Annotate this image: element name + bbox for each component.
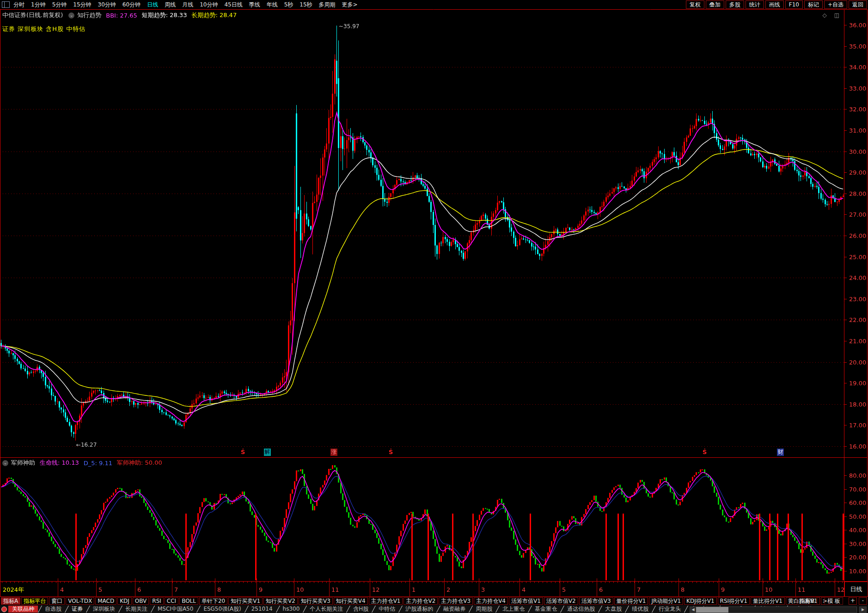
indicator-tab-单针下20[interactable]: 单针下20 — [199, 597, 227, 605]
period-item-多周期[interactable]: 多周期 — [319, 1, 336, 9]
stock-tab-大盘股[interactable]: 大盘股 — [599, 605, 626, 613]
stock-tab-证券[interactable]: 证券 — [66, 605, 87, 613]
toolbar-button-统计[interactable]: 统计 — [746, 0, 764, 9]
stock-tab-中特估[interactable]: 中特估 — [373, 605, 399, 613]
scroll-left-icon[interactable]: ◀ — [690, 607, 696, 613]
period-item-5秒[interactable]: 5秒 — [284, 1, 293, 9]
stock-tab-融资融券[interactable]: 融资融券 — [437, 605, 470, 613]
period-item-30分钟[interactable]: 30分钟 — [98, 1, 116, 9]
related-icon — [1, 607, 7, 612]
indicator-tab-主力持仓V3[interactable]: 主力持仓V3 — [439, 597, 473, 605]
period-corner-label[interactable]: 日线 — [844, 582, 868, 597]
indicator-tab-活筹市值V3[interactable]: 活筹市值V3 — [579, 597, 613, 605]
toolbar-button-F10[interactable]: F10 — [785, 0, 803, 9]
period-item-季线[interactable]: 季线 — [249, 1, 260, 9]
indicator-tab-窗口[interactable]: 窗口 — [49, 597, 65, 605]
indicator-tab-知行买卖V4[interactable]: 知行买卖V4 — [334, 597, 368, 605]
toolbar-buttons: 复权叠加多股统计画线F10标记+自选返回 — [685, 0, 867, 9]
tdx-app: 分时1分钟5分钟15分钟30分钟60分钟日线周线月线10分钟45日线季线年线5秒… — [0, 0, 868, 613]
period-item-周线[interactable]: 周线 — [165, 1, 176, 9]
zoom-out-button[interactable]: - — [859, 597, 867, 605]
indicator-tab-主力持仓V4[interactable]: 主力持仓V4 — [474, 597, 508, 605]
chart-area: 中信证券(日线.前复权) ⌄ 知行趋势 BBI: 27.65 短期趋势: 28.… — [0, 9, 868, 597]
period-item-年线[interactable]: 年线 — [267, 1, 278, 9]
stock-tab-长期关注[interactable]: 长期关注 — [119, 605, 152, 613]
period-item-日线[interactable]: 日线 — [147, 1, 158, 9]
indicator-tab-主力持仓V1[interactable]: 主力持仓V1 — [369, 597, 403, 605]
scrollbar-thumb[interactable] — [696, 607, 728, 613]
period-item-5分钟[interactable]: 5分钟 — [52, 1, 67, 9]
stock-tab-ESG50强(A股)[interactable]: ESG50强(A股) — [197, 605, 245, 613]
indicator-tab-指标A[interactable]: 指标A — [1, 597, 20, 605]
stock-tab-scrollbar[interactable]: ◀ — [690, 607, 857, 613]
indicator-tab-主力持仓V2[interactable]: 主力持仓V2 — [403, 597, 438, 605]
stock-tab-含H股[interactable]: 含H股 — [347, 605, 373, 613]
toolbar-button-叠加[interactable]: 叠加 — [706, 0, 724, 9]
indicator-tab-量价得分V1[interactable]: 量价得分V1 — [614, 597, 648, 605]
indicator-tab-KDJ[interactable]: KDJ — [117, 597, 132, 605]
stock-tab-深圳板块[interactable]: 深圳板块 — [87, 605, 119, 613]
indicator-tab-OBV[interactable]: OBV — [133, 597, 149, 605]
period-item-更多>[interactable]: 更多> — [342, 1, 358, 9]
toolbar-button-多股[interactable]: 多股 — [726, 0, 744, 9]
indicator-tab-RSI得分V1[interactable]: RSI得分V1 — [718, 597, 750, 605]
period-item-60分钟[interactable]: 60分钟 — [122, 1, 141, 9]
toolbar-button-复权[interactable]: 复权 — [686, 0, 704, 9]
stock-tab-251014[interactable]: 251014 — [245, 605, 277, 613]
stock-tab-MSCI中国A50[interactable]: MSCI中国A50 — [152, 605, 197, 613]
indicator-tab-知行买卖V3[interactable]: 知行买卖V3 — [299, 597, 333, 605]
stock-tab-沪股通标的[interactable]: 沪股通标的 — [399, 605, 437, 613]
related-group-button[interactable]: 关联品种 — [8, 606, 38, 613]
stock-tab-hs300[interactable]: hs300 — [277, 605, 304, 613]
stock-tab-绩优股[interactable]: 绩优股 — [626, 605, 653, 613]
toolbar-button-画线[interactable]: 画线 — [765, 0, 784, 9]
stock-tab-周期股[interactable]: 周期股 — [470, 605, 496, 613]
stock-tab-基金重仓[interactable]: 基金重仓 — [529, 605, 561, 613]
stock-tab-行业龙头[interactable]: 行业龙头 — [653, 605, 685, 613]
indicator-tab-bar: 指标A指标平台窗口VOL-TDXMACDKDJOBVRSICCIBOLL单针下2… — [0, 597, 868, 605]
toolbar-button-+自选[interactable]: +自选 — [824, 0, 847, 9]
period-item-45日线[interactable]: 45日线 — [224, 1, 242, 9]
scroll-right-icon[interactable]: ▶ — [859, 607, 867, 613]
toolbar-button-返回[interactable]: 返回 — [849, 0, 867, 9]
stock-tab-个人长期关注[interactable]: 个人长期关注 — [304, 605, 347, 613]
indicator-tab-BOLL[interactable]: BOLL — [179, 597, 198, 605]
template-button[interactable]: 模 板 — [825, 597, 843, 605]
period-item-15分钟[interactable]: 15分钟 — [73, 1, 91, 9]
zoom-in-button[interactable]: + — [849, 597, 857, 605]
stock-tab-通达信热股[interactable]: 通达信热股 — [561, 605, 599, 613]
stock-tab-北上重仓[interactable]: 北上重仓 — [496, 605, 529, 613]
period-item-分时[interactable]: 分时 — [13, 1, 24, 9]
toolbar-button-标记[interactable]: 标记 — [804, 0, 823, 9]
indicator-tab-CCI[interactable]: CCI — [165, 597, 178, 605]
period-item-10分钟[interactable]: 10分钟 — [200, 1, 218, 9]
stock-tab-自选股[interactable]: 自选股 — [39, 605, 66, 613]
period-list: 分时1分钟5分钟15分钟30分钟60分钟日线周线月线10分钟45日线季线年线5秒… — [13, 1, 364, 9]
indicator-tab-bar-right: 指标B模 板+- — [793, 597, 867, 605]
indicator-tab-VOL-TDX[interactable]: VOL-TDX — [66, 597, 94, 605]
indicator-tab-指标平台[interactable]: 指标平台 — [21, 597, 48, 605]
indicator-tab-MACD[interactable]: MACD — [95, 597, 116, 605]
indicator-tab-活筹市值V2[interactable]: 活筹市值V2 — [544, 597, 578, 605]
period-item-1分钟[interactable]: 1分钟 — [31, 1, 46, 9]
period-item-15秒[interactable]: 15秒 — [300, 1, 312, 9]
kline-canvas[interactable] — [0, 9, 868, 597]
indicator-tab-b[interactable]: 指标B — [797, 597, 817, 605]
period-menubar: 分时1分钟5分钟15分钟30分钟60分钟日线周线月线10分钟45日线季线年线5秒… — [0, 0, 868, 9]
indicator-tab-RSI[interactable]: RSI — [150, 597, 164, 605]
indicator-tab-活筹市值V1[interactable]: 活筹市值V1 — [509, 597, 543, 605]
period-item-月线[interactable]: 月线 — [182, 1, 193, 9]
indicator-tab-量比得分V1[interactable]: 量比得分V1 — [751, 597, 785, 605]
indicator-tab-知行买卖V2[interactable]: 知行买卖V2 — [263, 597, 298, 605]
indicator-tab-JR动能分V1[interactable]: JR动能分V1 — [649, 597, 683, 605]
indicator-tab-知行买卖V1[interactable]: 知行买卖V1 — [228, 597, 263, 605]
indicator-tab-KDJ得分V1[interactable]: KDJ得分V1 — [684, 597, 717, 605]
window-layout-icon[interactable] — [2, 1, 10, 8]
